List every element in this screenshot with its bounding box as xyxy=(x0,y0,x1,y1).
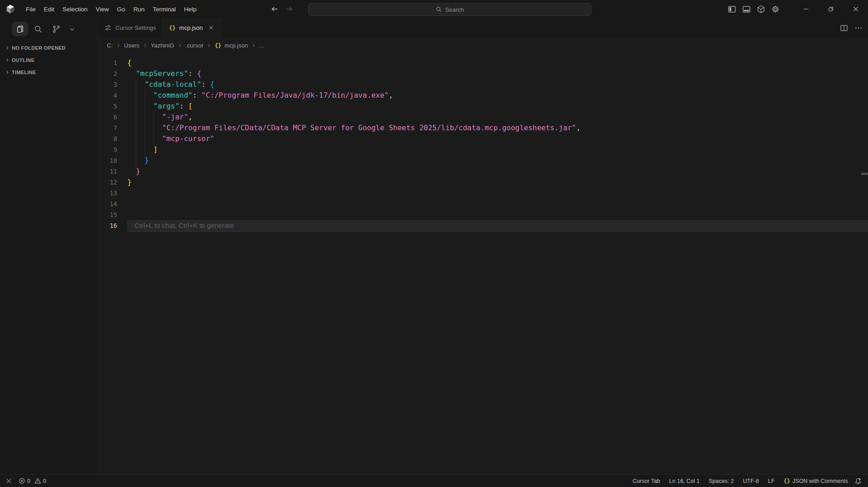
menu-run[interactable]: Run xyxy=(129,4,149,14)
search-placeholder: Search xyxy=(445,6,464,13)
toggle-panel-icon[interactable] xyxy=(742,5,751,14)
status-cursor-tab[interactable]: Cursor Tab xyxy=(633,478,660,484)
indent-guide xyxy=(145,101,145,112)
status-bar: 0 0 Cursor TabLn 16, Col 1Spaces: 2UTF-8… xyxy=(0,474,868,487)
warning-icon xyxy=(34,478,41,484)
notifications-bell-icon[interactable] xyxy=(854,478,862,485)
code-editor[interactable]: 1{2 "mcpServers": {3 "cdata-local": {4 "… xyxy=(98,53,868,475)
indent-guide xyxy=(136,123,136,133)
menu-terminal[interactable]: Terminal xyxy=(148,4,180,14)
token xyxy=(127,167,136,175)
sidebar-section-timeline[interactable]: TIMELINE xyxy=(0,66,97,78)
code-line: 6 "-jar", xyxy=(98,112,868,123)
line-number: 6 xyxy=(98,112,117,123)
code-line: 5 "args": [ xyxy=(98,101,868,112)
close-window-button[interactable] xyxy=(843,0,868,18)
more-actions-icon[interactable] xyxy=(854,24,863,32)
back-arrow-icon[interactable] xyxy=(271,5,279,13)
token: : xyxy=(193,91,201,99)
code-line-text[interactable]: "mcpServers": { xyxy=(127,68,201,79)
token xyxy=(127,145,153,154)
status-item-label: JSON with Comments xyxy=(792,478,848,484)
settings-gear-icon[interactable] xyxy=(771,5,780,14)
code-line-text[interactable]: "cdata-local": { xyxy=(127,79,215,90)
braces-icon: {} xyxy=(784,478,790,484)
restore-button[interactable] xyxy=(818,0,843,18)
cursor-cube-icon[interactable] xyxy=(756,5,765,14)
code-line-text[interactable]: "command": "C:/Program Files/Java/jdk-17… xyxy=(127,90,393,101)
code-line-text[interactable]: "args": [ xyxy=(127,101,193,112)
breadcrumb-symbol[interactable]: ... xyxy=(259,42,264,49)
chevron-right-icon xyxy=(5,45,10,51)
tab-cursor-settings[interactable]: Cursor Settings xyxy=(98,18,163,38)
toggle-sidebar-icon[interactable] xyxy=(727,5,736,14)
code-line-text[interactable]: } xyxy=(127,166,140,177)
chevron-right-icon xyxy=(5,57,10,63)
breadcrumb-item-yazhinig[interactable]: YazhiniG xyxy=(151,42,174,49)
error-icon xyxy=(19,478,25,484)
indent-guide xyxy=(153,123,154,133)
menu-selection[interactable]: Selection xyxy=(58,4,92,14)
error-count: 0 xyxy=(27,478,30,484)
breadcrumb-item-c-[interactable]: C: xyxy=(107,42,113,49)
tab-label: mcp.json xyxy=(179,24,203,31)
breadcrumb-file[interactable]: mcp.json xyxy=(224,42,248,49)
code-line-text[interactable]: ] xyxy=(127,144,157,155)
forward-arrow-icon[interactable] xyxy=(285,5,293,13)
token: , xyxy=(188,113,193,121)
code-line: 15 xyxy=(98,209,868,220)
token xyxy=(127,91,153,99)
sidebar-section-outline[interactable]: OUTLINE xyxy=(0,54,97,66)
current-line-text[interactable]: Ctrl+L to chat, Ctrl+K to generate xyxy=(127,220,868,232)
status-lf[interactable]: LF xyxy=(768,478,775,484)
activity-bar xyxy=(0,18,97,39)
status-item-label: LF xyxy=(768,478,775,484)
code-line-text[interactable]: "-jar", xyxy=(127,112,193,123)
chevron-right-icon xyxy=(5,70,10,75)
indent-guide xyxy=(153,112,154,123)
tab-mcp-json[interactable]: {}mcp.json xyxy=(163,18,221,38)
code-line-text[interactable]: "mcp-cursor" xyxy=(127,133,215,144)
sidebar-section-no-folder-opened[interactable]: NO FOLDER OPENED xyxy=(0,42,97,54)
search-view-icon[interactable] xyxy=(30,22,46,36)
menu-view[interactable]: View xyxy=(92,4,113,14)
token: { xyxy=(197,69,201,78)
minimize-button[interactable] xyxy=(793,0,818,18)
menu-bar: FileEditSelectionViewGoRunTerminalHelp xyxy=(22,0,200,18)
explorer-icon[interactable] xyxy=(12,22,28,36)
menu-go[interactable]: Go xyxy=(113,4,129,14)
status-json-with-comments[interactable]: {}JSON with Comments xyxy=(784,478,848,484)
code-line-text[interactable]: { xyxy=(127,57,132,68)
split-editor-icon[interactable] xyxy=(840,24,848,32)
status-utf-8[interactable]: UTF-8 xyxy=(743,478,759,484)
token: : xyxy=(201,80,210,89)
code-line-text[interactable]: } xyxy=(127,177,132,188)
sliders-icon xyxy=(104,24,112,32)
code-line: 10 } xyxy=(98,155,868,166)
status-ln-16-col-1[interactable]: Ln 16, Col 1 xyxy=(669,478,700,484)
source-control-icon[interactable] xyxy=(48,22,64,36)
code-line-text[interactable]: "C:/Program Files/CData/CData MCP Server… xyxy=(127,123,581,133)
breadcrumb-item--cursor[interactable]: .cursor xyxy=(186,42,204,49)
scrollbar-cursor-mark[interactable] xyxy=(861,173,868,175)
indent-guide xyxy=(136,155,136,166)
code-line: 9 ] xyxy=(98,144,868,155)
token: ] xyxy=(153,145,158,154)
status-spaces-2[interactable]: Spaces: 2 xyxy=(709,478,734,484)
indent-guide xyxy=(145,133,145,144)
breadcrumb-item-users[interactable]: Users xyxy=(124,42,139,49)
problems-status[interactable]: 0 0 xyxy=(19,478,46,484)
code-line: 4 "command": "C:/Program Files/Java/jdk-… xyxy=(98,90,868,101)
token xyxy=(127,69,136,78)
remote-indicator-icon[interactable] xyxy=(5,478,12,484)
line-number: 4 xyxy=(98,90,117,101)
menu-help[interactable]: Help xyxy=(180,4,200,14)
more-views-chevron-icon[interactable] xyxy=(66,22,78,36)
menu-edit[interactable]: Edit xyxy=(40,4,58,14)
code-line: 12} xyxy=(98,177,868,188)
search-input[interactable]: Search xyxy=(308,3,591,16)
code-line-text[interactable]: } xyxy=(127,155,149,166)
close-tab-icon[interactable] xyxy=(208,25,214,31)
menu-file[interactable]: File xyxy=(22,4,40,14)
token xyxy=(127,102,153,110)
